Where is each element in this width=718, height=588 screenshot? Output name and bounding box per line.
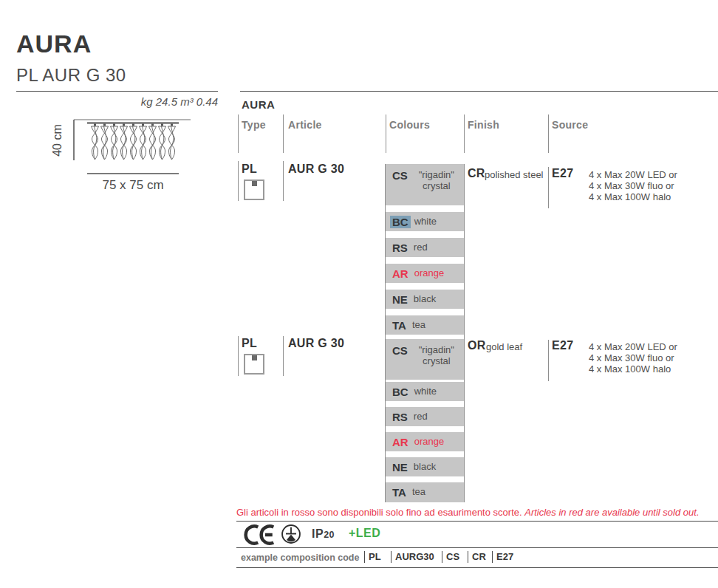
- colour-chip: TA tea: [386, 315, 464, 335]
- composition-code: AURG30: [391, 551, 434, 563]
- colour-code: AR: [392, 437, 408, 448]
- source-line: 4 x Max 20W LED or: [589, 169, 677, 180]
- col-rule: [548, 114, 549, 153]
- colours-right-rule: [464, 164, 465, 502]
- colours-left-rule: [385, 164, 386, 502]
- colour-chip: AR orange: [386, 264, 464, 283]
- col-rule: [464, 114, 465, 153]
- colour-label: black: [414, 294, 436, 305]
- composition-code: CS: [442, 551, 459, 563]
- colour-label: red: [414, 242, 428, 253]
- type-code: PL: [242, 337, 257, 350]
- colour-code: NE: [392, 462, 408, 473]
- ip-value: 20: [324, 530, 335, 540]
- colour-chip: TA tea: [386, 482, 464, 502]
- page-title: AURA: [16, 30, 92, 58]
- page-subtitle: PL AUR G 30: [16, 65, 126, 86]
- colour-label: orange: [414, 437, 444, 448]
- article-code: AUR G 30: [288, 337, 344, 350]
- source-detail: 4 x Max 20W LED or 4 x Max 30W fluo or 4…: [589, 341, 677, 375]
- colour-code: TA: [392, 320, 406, 331]
- colour-code: AR: [392, 268, 408, 279]
- source-line: 4 x Max 100W halo: [589, 363, 677, 375]
- weight-volume: kg 24.5 m³ 0.44: [70, 95, 218, 108]
- colour-code: BC: [390, 216, 411, 228]
- colour-code: CS: [392, 170, 408, 181]
- colour-label: black: [414, 462, 436, 473]
- colour-chip: RS red: [386, 238, 464, 257]
- source-line: 4 x Max 20W LED or: [589, 341, 677, 352]
- colour-chip: BC white: [386, 382, 464, 401]
- row-rule: [283, 336, 284, 376]
- availability-note-it: Gli articoli in rosso sono disponibili s…: [236, 507, 522, 518]
- finish-code: CR: [468, 167, 485, 180]
- footer-rule: [236, 521, 718, 522]
- composition-label: example composition code: [241, 553, 359, 563]
- colour-chip: BC white: [386, 212, 464, 231]
- article-code: AUR G 30: [288, 163, 344, 176]
- colour-label: "rigadin" crystal: [414, 170, 459, 192]
- table-title: AURA: [242, 98, 275, 111]
- finish-label: polished steel: [485, 169, 544, 180]
- colour-chip: AR orange: [386, 432, 464, 451]
- source-code: E27: [552, 167, 573, 180]
- led-badge: +LED: [349, 527, 380, 540]
- colour-chip: CS "rigadin" crystal: [386, 164, 464, 205]
- col-header-colours: Colours: [389, 119, 430, 131]
- col-header-article: Article: [288, 119, 322, 131]
- col-header-finish: Finish: [468, 119, 499, 131]
- ce-mark-icon: [241, 524, 276, 546]
- colour-code: NE: [392, 294, 408, 305]
- row-rule: [548, 167, 549, 208]
- colour-chip: NE black: [386, 290, 464, 309]
- type-code: PL: [242, 163, 257, 176]
- footprint-dim-label: 75 x 75 cm: [102, 178, 163, 192]
- availability-note: Gli articoli in rosso sono disponibili s…: [236, 507, 700, 518]
- availability-note-en: Articles in red are available until sold…: [524, 507, 699, 518]
- finish-code: OR: [468, 339, 486, 352]
- footer-rule: [236, 567, 718, 568]
- colour-label: tea: [412, 320, 425, 331]
- source-line: 4 x Max 30W fluo or: [589, 180, 677, 191]
- row-rule: [283, 161, 284, 201]
- ceiling-lamp-icon: [244, 354, 264, 375]
- composition-code: PL: [364, 551, 381, 563]
- height-dim-label: 40 cm: [51, 124, 64, 157]
- colour-label: white: [414, 386, 437, 397]
- source-detail: 4 x Max 20W LED or 4 x Max 30W fluo or 4…: [589, 169, 677, 202]
- composition-code: E27: [492, 551, 513, 563]
- source-code: E27: [552, 339, 573, 352]
- catalog-page: AURA PL AUR G 30 kg 24.5 m³ 0.44: [0, 0, 718, 588]
- ground-symbol-icon: [281, 524, 301, 544]
- colour-chip: CS "rigadin" crystal: [386, 339, 464, 380]
- col-rule: [283, 114, 284, 153]
- ip-rating: IP20: [312, 527, 335, 541]
- col-header-source: Source: [552, 119, 588, 131]
- col-rule: [386, 114, 386, 153]
- colour-label: white: [414, 216, 437, 228]
- colour-code: TA: [392, 487, 406, 498]
- ceiling-lamp-icon: [244, 180, 264, 200]
- row-rule: [238, 161, 239, 201]
- colour-code: CS: [392, 345, 408, 356]
- source-line: 4 x Max 30W fluo or: [589, 352, 677, 363]
- colour-code: BC: [392, 386, 408, 397]
- ip-label: IP: [312, 527, 324, 540]
- left-divider: [16, 91, 218, 92]
- colour-chip: NE black: [386, 457, 464, 476]
- table-top-rule: [240, 91, 718, 92]
- col-header-type: Type: [242, 119, 266, 131]
- diffusers: [92, 124, 176, 160]
- finish-label: gold leaf: [486, 341, 522, 352]
- colour-label: red: [414, 411, 428, 423]
- row-rule: [238, 336, 239, 376]
- colour-code: RS: [392, 242, 408, 253]
- composition-code: CR: [468, 551, 486, 563]
- colour-code: RS: [392, 411, 408, 423]
- colour-chip: RS red: [386, 407, 464, 426]
- colour-label: "rigadin" crystal: [414, 345, 459, 367]
- product-drawing: 40 cm 75 x 75 cm: [41, 111, 225, 198]
- colour-label: orange: [414, 268, 444, 279]
- row-rule: [548, 340, 549, 381]
- source-line: 4 x Max 100W halo: [589, 191, 677, 202]
